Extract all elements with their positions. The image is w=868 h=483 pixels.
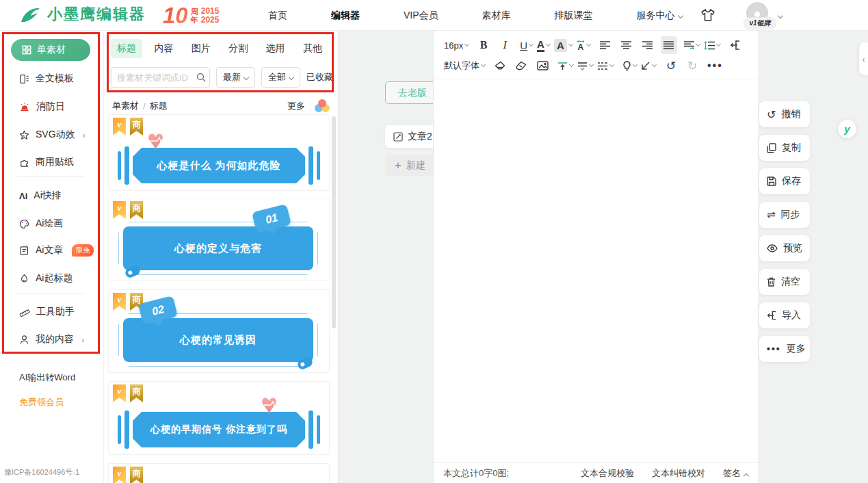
preview-action-button[interactable]: 预览 [759,235,810,261]
signature-toggle[interactable]: 签名 [723,467,748,480]
nav-service-center[interactable]: 服务中心 [637,10,683,22]
tshirt-icon[interactable] [700,8,715,22]
material-card[interactable]: ν 商 [108,463,330,483]
chevron-down-icon [677,12,683,18]
underline-button[interactable]: U [518,36,535,54]
nav-classroom[interactable]: 排版课堂 [555,10,593,22]
save-action-button[interactable]: 保存 [759,168,810,194]
undo-action-button[interactable]: ↺撤销 [759,101,810,127]
align-right-button[interactable] [640,36,656,54]
font-size-select[interactable]: 16px [442,36,471,54]
editor-toolbar: 16px B I U A A A [434,31,758,79]
nav-material-library[interactable]: 素材库 [482,10,511,22]
editor-body[interactable] [434,79,758,462]
floating-assistant-button[interactable]: y [838,120,856,138]
material-card[interactable]: ν 商 01 心梗的定义与危害 [108,198,330,281]
material-card[interactable]: ν 商 02 心梗的常见诱因 [108,289,330,373]
breadcrumb-current: 标题 [150,100,168,112]
paragraph-spacing-button[interactable] [595,57,616,75]
sidebar-item-full-template[interactable]: 全文模板 [19,72,74,86]
undo-button[interactable]: ↺ [663,57,679,75]
margin-top-button[interactable] [555,57,575,75]
save-icon [767,177,776,186]
proofread-button[interactable]: 文本纠错校对 [652,467,705,480]
nav-editor[interactable]: 编辑器 [331,10,360,22]
tab-content[interactable]: 内容 [148,39,179,58]
tab-quote[interactable]: 选用 [260,39,291,58]
more-action-button[interactable]: •••更多 [759,336,810,362]
chevron-up-icon [744,473,749,478]
redo-button[interactable]: ↻ [684,57,700,75]
more-button[interactable]: 更多 [287,100,305,112]
highlight-color-button[interactable]: A [552,36,575,54]
vip-ribbon-icon: ν [113,118,126,135]
search-box[interactable] [111,67,210,88]
line-height-button[interactable] [702,36,722,54]
copy-action-button[interactable]: 复制 [759,135,810,161]
vip-ribbon-icon: ν [113,293,126,311]
editor-canvas[interactable]: 16px B I U A A A [433,31,758,483]
toolbar-more-button[interactable]: ••• [705,57,725,75]
font-color-button[interactable]: A [535,36,552,54]
material-tabs: 标题 内容 图片 分割 选用 其他 [111,39,328,58]
letter-spacing-button[interactable]: A [575,36,592,54]
material-card[interactable]: ν 商 ♥ 心梗的早期信号 你注意到了吗 [108,381,330,455]
search-input[interactable] [117,73,194,83]
sidebar-item-ai-article[interactable]: Ai文章 限免 [19,244,94,257]
sidebar-item-fire-day[interactable]: 消防日 [19,100,65,114]
user-avatar[interactable]: ν1银牌 [744,2,776,29]
avatar-chevron-icon[interactable] [778,13,783,18]
sidebar-item-ai-painting[interactable]: Ai绘画 [19,217,63,231]
link-free-vip[interactable]: 免费领会员 [19,396,64,408]
sidebar-item-svg-animation[interactable]: s SVG动效› [19,128,86,142]
color-palette-icon[interactable] [315,99,330,113]
bold-button[interactable]: B [475,36,492,54]
search-icon[interactable] [196,73,206,82]
logo[interactable]: 小墨鹰编辑器 [19,4,146,25]
nav-vip[interactable]: VIP会员 [404,10,438,22]
tab-divider[interactable]: 分割 [222,39,254,58]
clear-format-button[interactable] [492,57,508,75]
copy-icon [767,143,776,153]
sidebar-item-single-material[interactable]: 单素材 [11,39,90,61]
breadcrumb-row: 单素材 / 标题 更多 [112,99,330,113]
align-center-button[interactable] [618,36,635,54]
palette-icon [19,219,29,229]
format-painter-button[interactable] [513,57,529,75]
lamp-button[interactable] [620,57,639,75]
material-card[interactable]: ν 商 ♥ 心梗是什么 为何如此危险 [108,114,330,191]
tab-image[interactable]: 图片 [185,39,217,58]
sidebar-item-ai-layout[interactable]: Λi Ai快排 [19,189,62,203]
margin-bottom-button[interactable] [575,57,595,75]
import-action-button[interactable]: 导入 [759,302,810,328]
compliance-check-button[interactable]: 文本合规校验 [581,467,634,480]
collapse-panel-handle[interactable]: ‹ [859,42,868,75]
arrow-down-left-button[interactable] [639,57,658,75]
scrollbar-thumb[interactable] [332,116,336,328]
sidebar-item-stickers[interactable]: 商用贴纸 [19,155,74,169]
tab-title[interactable]: 标题 [111,39,142,58]
sidebar-item-ai-title[interactable]: Ai起标题 [19,272,73,285]
nav-home[interactable]: 首页 [268,10,287,22]
clear-action-button[interactable]: 清空 [759,269,810,295]
breadcrumb-root[interactable]: 单素材 [112,100,139,112]
sort-dropdown[interactable]: 最新 [216,67,255,88]
indent-button[interactable] [682,36,702,54]
bird-logo-icon [19,4,42,25]
italic-button[interactable]: I [497,36,513,54]
sidebar-item-tools[interactable]: 工具助手 [19,305,75,319]
font-family-select[interactable]: 默认字体 [442,57,487,75]
flame-icon [19,274,29,284]
align-left-button[interactable] [597,36,614,54]
sidebar-item-my-content[interactable]: 我的内容› [19,332,84,346]
favorites-button[interactable]: 已收藏 [306,71,333,83]
person-icon [19,335,29,345]
link-ai-to-word[interactable]: AI输出转Word [19,371,75,384]
justify-button[interactable] [661,36,677,54]
sync-action-button[interactable]: ⇌同步 [759,202,810,228]
scope-dropdown[interactable]: 全部 [261,67,300,88]
insert-image-button[interactable] [534,57,551,75]
vip-ribbon-icon: ν [113,467,126,483]
insert-left-button[interactable] [727,36,744,54]
tab-other[interactable]: 其他 [297,39,328,58]
